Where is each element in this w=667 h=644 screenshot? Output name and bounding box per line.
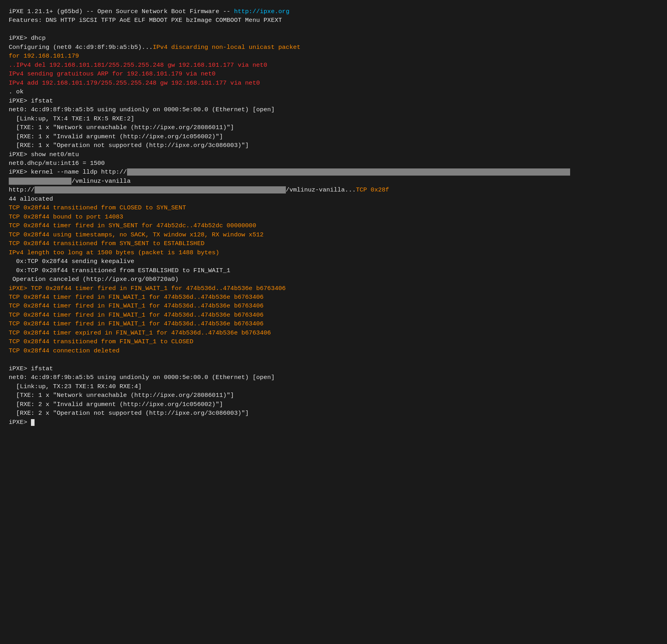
line-ipv4-add: IPv4 add 192.168.101.179/255.255.255.248… bbox=[9, 79, 658, 87]
terminal-output: { "terminal": { "title": "iPXE Terminal … bbox=[9, 7, 658, 427]
line-net0-info-2: net0: 4c:d9:8f:9b:a5:b5 using undionly o… bbox=[9, 373, 658, 382]
line-tcp-timestamps: TCP 0x28f44 using timestamps, no SACK, T… bbox=[9, 230, 658, 239]
line-kernel-cmd: iPXE> kernel --name lldp http:// bbox=[9, 168, 658, 176]
line-mtu-value: net0.dhcp/mtu:int16 = 1500 bbox=[9, 159, 658, 168]
line-rxe-1a: [RXE: 1 x "Invalid argument (http://ipxe… bbox=[9, 132, 658, 141]
line-fin-wait-1b: TCP 0x28f44 timer fired in FIN_WAIT_1 fo… bbox=[9, 302, 658, 310]
line-tcp-closed: TCP 0x28f44 transitioned from FIN_WAIT_1… bbox=[9, 337, 658, 346]
line-op-canceled: Operation canceled (http://ipxe.org/0b07… bbox=[9, 275, 658, 284]
ipxe-version-text: iPXE 1.21.1+ (g65bd) -- Open Source Netw… bbox=[9, 8, 234, 15]
line-ipv4-del: ..IPv4 del 192.168.101.181/255.255.255.2… bbox=[9, 61, 658, 70]
line-ipxe-version: iPXE 1.21.1+ (g65bd) -- Open Source Netw… bbox=[9, 7, 658, 16]
line-show-mtu-cmd: iPXE> show net0/mtu bbox=[9, 150, 658, 159]
kernel-path-highlight bbox=[9, 178, 71, 185]
line-44-allocated: 44 allocated bbox=[9, 195, 658, 203]
line-ipxe-fin-wait-prompt: iPXE> TCP 0x28f44 timer fired in FIN_WAI… bbox=[9, 284, 658, 293]
line-dhcp-cmd: iPXE> dhcp bbox=[9, 34, 658, 43]
ipxe-org-link[interactable]: http://ipxe.org bbox=[234, 8, 289, 15]
line-keepalive: 0x:TCP 0x28f44 sending keepalive bbox=[9, 257, 658, 266]
line-rxe-1b: [RXE: 1 x "Operation not supported (http… bbox=[9, 141, 658, 150]
line-fin-wait-1a: TCP 0x28f44 timer fired in FIN_WAIT_1 fo… bbox=[9, 293, 658, 302]
line-features: Features: DNS HTTP iSCSI TFTP AoE ELF MB… bbox=[9, 16, 658, 25]
line-txe-1: [TXE: 1 x "Network unreachable (http://i… bbox=[9, 123, 658, 132]
line-blank-2 bbox=[9, 355, 658, 364]
kernel-url-highlight bbox=[127, 168, 570, 176]
line-ifstat-cmd-2: iPXE> ifstat bbox=[9, 364, 658, 373]
line-tcp-established: TCP 0x28f44 transitioned from SYN_SENT t… bbox=[9, 239, 658, 248]
line-fin-wait: 0x:TCP 0x28f44 transitioned from ESTABLI… bbox=[9, 266, 658, 275]
line-blank bbox=[9, 25, 658, 34]
line-fin-wait-expired: TCP 0x28f44 timer expired in FIN_WAIT_1 … bbox=[9, 329, 658, 337]
line-link-up-1: [Link:up, TX:4 TXE:1 RX:5 RXE:2] bbox=[9, 114, 658, 123]
line-ok: . ok bbox=[9, 87, 658, 96]
line-rxe-2a: [RXE: 2 x "Invalid argument (http://ipxe… bbox=[9, 400, 658, 409]
line-configuring: Configuring (net0 4c:d9:8f:9b:a5:b5)...I… bbox=[9, 43, 658, 52]
line-final-prompt: iPXE> bbox=[9, 418, 658, 427]
line-for-ip: for 192.168.101.179 bbox=[9, 52, 658, 60]
line-ifstat-cmd-1: iPXE> ifstat bbox=[9, 97, 658, 105]
line-net0-info-1: net0: 4c:d9:8f:9b:a5:b5 using undionly o… bbox=[9, 105, 658, 114]
line-tcp-closed-syn: TCP 0x28f44 transitioned from CLOSED to … bbox=[9, 203, 658, 212]
line-http-download: http:// /vmlinuz-vanilla...TCP 0x28f bbox=[9, 186, 658, 194]
http-url-highlight bbox=[35, 186, 286, 193]
line-fin-wait-1d: TCP 0x28f44 timer fired in FIN_WAIT_1 fo… bbox=[9, 319, 658, 328]
line-rxe-2b: [RXE: 2 x "Operation not supported (http… bbox=[9, 409, 658, 418]
line-ipv4-sending: IPv4 sending gratuitous ARP for 192.168.… bbox=[9, 70, 658, 78]
line-txe-2: [TXE: 1 x "Network unreachable (http://i… bbox=[9, 391, 658, 400]
line-kernel-cmd-2: /vmlinuz-vanilla bbox=[9, 177, 658, 186]
cursor bbox=[31, 419, 35, 426]
line-tcp-bound: TCP 0x28f44 bound to port 14083 bbox=[9, 213, 658, 221]
line-tcp-deleted: TCP 0x28f44 connection deleted bbox=[9, 346, 658, 355]
line-link-up-2: [Link:up, TX:23 TXE:1 RX:40 RXE:4] bbox=[9, 382, 658, 391]
line-fin-wait-1c: TCP 0x28f44 timer fired in FIN_WAIT_1 fo… bbox=[9, 311, 658, 319]
line-ipv4-too-long: IPv4 length too long at 1500 bytes (pack… bbox=[9, 248, 658, 257]
line-tcp-timer-syn: TCP 0x28f44 timer fired in SYN_SENT for … bbox=[9, 221, 658, 230]
